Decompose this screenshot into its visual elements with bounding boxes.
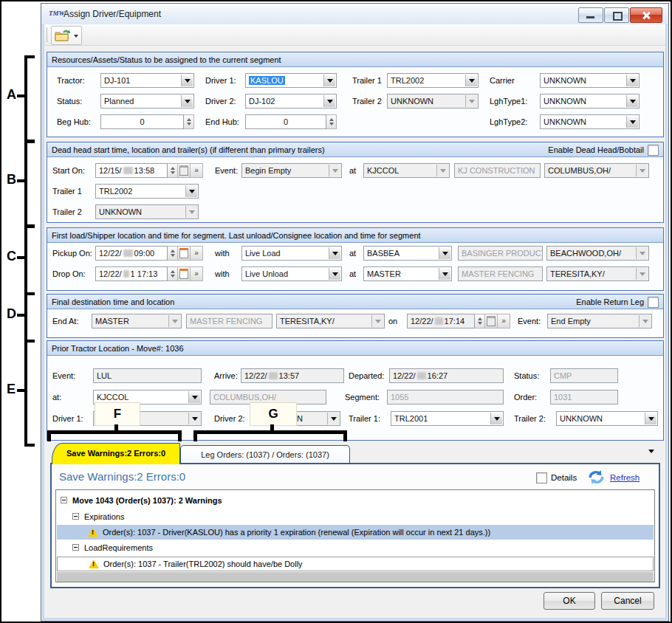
chevron-down-icon[interactable] [329,268,340,280]
spin-down-icon[interactable] [168,253,177,260]
chevron-down-icon[interactable] [626,75,638,86]
chevron-down-icon[interactable] [327,413,339,424]
date-text[interactable]: 12/15/13:58 [95,163,168,178]
date-text[interactable]: 12/22/1 17:13 [95,266,168,281]
more-button[interactable]: » [191,163,203,178]
driver2-combo[interactable]: DJ-102 [245,94,337,109]
value-text: BEACHWOOD,OH/ [550,249,621,258]
chevron-down-icon[interactable] [626,116,638,128]
lghtype1-combo[interactable]: UNKNOWN [540,94,640,109]
spin-up-icon[interactable] [168,247,177,253]
status-combo[interactable]: Planned [100,94,194,109]
prior-trailer2-combo[interactable]: UNKNOWN [556,411,658,426]
tractor-combo[interactable]: DJ-101 [100,73,194,88]
date-prefix: 12/22/ [99,269,122,278]
chevron-down-icon[interactable] [323,95,335,107]
drop-datetime[interactable]: 12/22/1 17:13 » [95,266,203,281]
spin-up-icon[interactable] [168,164,177,171]
chevron-down-icon[interactable] [188,413,200,424]
spin-down-icon[interactable] [168,274,177,280]
chevrons-right-icon: » [194,249,199,257]
close-button[interactable] [630,7,662,23]
chevron-down-icon[interactable] [439,268,450,280]
endhub-stepper[interactable]: 0 [245,114,337,129]
beghub-stepper[interactable]: 0 [100,114,194,129]
date-text[interactable]: 12/22/09:00 [95,246,168,261]
driver1-combo[interactable]: KASLOU [245,73,337,88]
ok-button[interactable]: OK [544,592,595,610]
details-checkbox[interactable] [536,472,547,483]
trailer1-combo[interactable]: TRL2002 [387,73,479,88]
window-title: Assign Driver/Equipment [64,9,161,19]
more-button: » [498,314,510,328]
tree-root-item[interactable]: Move 1043 (Order(s) 1037): 2 Warnings [72,495,222,506]
refresh-icon[interactable] [586,469,606,486]
chevron-down-icon[interactable] [439,247,450,259]
chevron-down-icon [185,206,197,218]
warning-row[interactable]: Order(s): 1037 - Trailer(TRL2002) should… [57,557,654,571]
chevron-down-icon[interactable] [465,75,477,86]
chevron-down-icon[interactable] [323,75,335,86]
cancel-button[interactable]: Cancel [601,592,654,610]
warning-row[interactable]: Order(s): 1037 - Driver(KASLOU) has a pr… [57,525,654,540]
date-spinner[interactable] [168,246,178,261]
chevron-down-icon [639,315,651,327]
minimize-button[interactable] [578,7,603,23]
refresh-link[interactable]: Refresh [610,473,640,482]
bracket-f [47,430,182,441]
spin-down-icon[interactable] [168,171,177,177]
collapse-toggle-icon[interactable] [72,513,79,520]
chevron-down-icon[interactable] [490,413,502,424]
calendar-button[interactable] [178,246,191,261]
more-button[interactable]: » [191,266,203,281]
starton-label: Start On: [52,163,85,178]
chevron-down-icon[interactable] [645,413,656,424]
chevron-down-icon[interactable] [181,95,193,107]
chevron-down-icon[interactable] [626,95,638,107]
endat-location-name: MASTER FENCING [186,314,272,328]
collapse-toggle-icon[interactable] [72,544,79,551]
collapse-toggle-icon[interactable] [61,497,67,503]
spin-down-icon[interactable] [326,122,336,128]
dh-trailer1-combo[interactable]: TRL2002 [95,184,199,199]
chevron-down-icon[interactable] [329,247,340,259]
drop-location-combo[interactable]: MASTER [363,266,452,281]
value-text: DJ-101 [104,76,130,85]
tab-overflow-icon[interactable] [648,450,654,456]
annotation-label-d: D [7,306,16,322]
chevron-down-icon[interactable] [185,185,197,197]
more-button[interactable]: » [191,246,203,261]
spin-up-icon[interactable] [168,267,177,274]
calendar-button[interactable] [178,266,191,281]
date-spinner[interactable] [168,266,178,281]
chevron-down-icon[interactable] [188,391,200,403]
starton-datetime[interactable]: 12/15/13:58 » [95,163,203,178]
spinner-buttons[interactable] [326,114,337,129]
lghtype2-combo[interactable]: UNKNOWN [540,114,640,129]
tab-save-warnings[interactable]: Save Warnings:2 Errors:0 [52,443,180,464]
spinner-buttons[interactable] [184,114,194,129]
maximize-button[interactable] [604,7,629,23]
pickup-datetime[interactable]: 12/22/09:00 » [95,246,203,261]
tree-group-label[interactable]: LoadRequirements [84,542,153,554]
pickup-location-combo[interactable]: BASBEA [363,246,452,261]
calendar-button[interactable] [178,163,191,178]
prior-trailer1-combo[interactable]: TRL2001 [391,411,504,426]
carrier-combo[interactable]: UNKNOWN [540,73,640,88]
tree-group-label[interactable]: Expirations [84,511,124,523]
pickup-event-combo[interactable]: Live Load [241,246,342,261]
spin-up-icon[interactable] [326,115,336,122]
chevron-down-icon [329,165,340,176]
dh-trailer2-label: Trailer 2 [52,204,82,219]
date-spinner[interactable] [168,163,178,178]
drop-event-combo[interactable]: Live Unload [241,266,342,281]
spin-up-icon[interactable] [184,115,193,122]
enable-return-leg-checkbox[interactable] [648,297,659,308]
spin-down-icon[interactable] [184,122,193,128]
tab-leg-orders[interactable]: Leg Orders: (1037) / Orders: (1037) [180,445,350,464]
section-first-last: First load/Shipper location and time for… [47,227,664,291]
chevron-down-icon [168,315,180,327]
open-folder-button[interactable] [51,26,82,45]
chevron-down-icon[interactable] [181,75,193,86]
enable-deadhead-checkbox[interactable] [648,145,659,156]
